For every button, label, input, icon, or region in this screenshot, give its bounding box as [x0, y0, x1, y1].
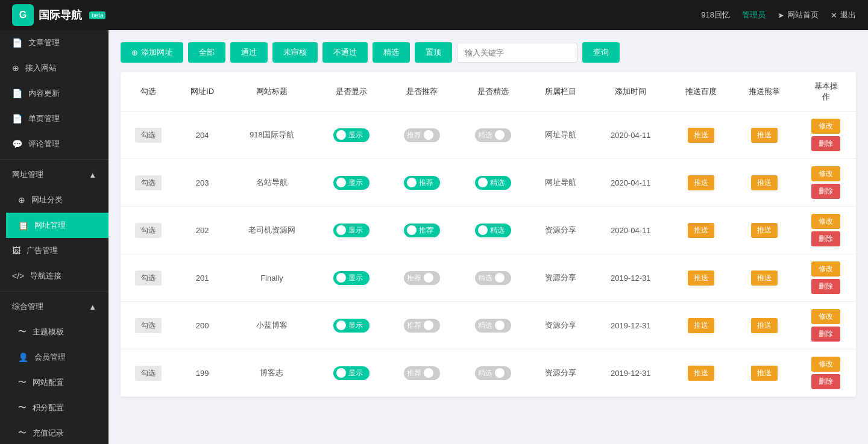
- delete-btn[interactable]: 删除: [811, 136, 840, 151]
- push-baidu-btn[interactable]: 推送: [688, 366, 714, 381]
- checkbox-btn[interactable]: 勾选: [135, 270, 162, 286]
- edit-btn[interactable]: 修改: [811, 119, 840, 134]
- edit-btn[interactable]: 修改: [811, 261, 840, 277]
- display-toggle[interactable]: 显示: [333, 366, 370, 380]
- push-baidu-btn[interactable]: 推送: [688, 318, 714, 333]
- col-ops: 基本操作: [796, 72, 856, 111]
- edit-btn[interactable]: 修改: [811, 214, 840, 229]
- checkbox-btn[interactable]: 勾选: [135, 366, 162, 381]
- col-recommend: 是否推荐: [387, 72, 458, 111]
- toggle-circle: [495, 273, 505, 283]
- recommend-toggle[interactable]: 推荐: [404, 224, 440, 237]
- sidebar-item-points-config[interactable]: 〜 积分配置: [6, 395, 108, 421]
- push-xiong-btn[interactable]: 推送: [751, 223, 778, 238]
- push-xiong-btn[interactable]: 推送: [751, 175, 778, 190]
- cell-recommend: 推荐: [387, 207, 458, 254]
- section-comprehensive-label: 综合管理: [12, 301, 43, 312]
- push-baidu-btn[interactable]: 推送: [688, 175, 714, 190]
- sidebar-item-url-category[interactable]: ⊕ 网址分类: [6, 187, 108, 213]
- sidebar-item-comment[interactable]: 💬 评论管理: [0, 131, 108, 157]
- site-home-icon: ➤: [778, 11, 784, 20]
- cell-category: 资源分享: [529, 349, 592, 397]
- display-toggle[interactable]: 显示: [333, 319, 370, 333]
- cell-add-time: 2020-04-11: [592, 159, 669, 207]
- section-url-mgmt[interactable]: 网址管理 ▲: [0, 162, 108, 187]
- cell-featured: 精选: [458, 302, 529, 349]
- delete-btn[interactable]: 删除: [811, 184, 840, 199]
- table-row: 勾选 199 博客志 显示 推荐 精选 资源分享 2019-12-31 推送 推…: [121, 349, 856, 397]
- table-row: 勾选 202 老司机资源网 显示 推荐 精选 资源分享 2020-04-11 推…: [121, 207, 856, 254]
- recommend-toggle[interactable]: 推荐: [404, 128, 440, 142]
- recommend-toggle[interactable]: 推荐: [404, 366, 440, 380]
- sidebar-item-member[interactable]: 👤 会员管理: [6, 345, 108, 370]
- sidebar-item-ad-mgmt[interactable]: 🖼 广告管理: [0, 238, 108, 263]
- push-xiong-btn[interactable]: 推送: [751, 366, 778, 381]
- pass-button[interactable]: 通过: [230, 42, 268, 63]
- sidebar-item-theme[interactable]: 〜 主题模板: [6, 319, 108, 345]
- checkbox-btn[interactable]: 勾选: [135, 128, 162, 143]
- delete-btn[interactable]: 删除: [811, 327, 840, 342]
- all-button[interactable]: 全部: [188, 42, 225, 63]
- featured-toggle[interactable]: 精选: [475, 366, 511, 380]
- table-row: 勾选 201 Finally 显示 推荐 精选 资源分享 2019-12-31 …: [121, 254, 856, 302]
- featured-button[interactable]: 精选: [373, 42, 410, 63]
- delete-btn[interactable]: 删除: [811, 279, 840, 294]
- delete-btn[interactable]: 删除: [811, 374, 840, 389]
- cell-display: 显示: [316, 111, 387, 159]
- edit-btn[interactable]: 修改: [811, 357, 840, 372]
- sidebar-item-url-management[interactable]: 📋 网址管理: [6, 213, 108, 238]
- featured-toggle[interactable]: 精选: [475, 224, 511, 237]
- toggle-circle: [495, 368, 505, 378]
- push-xiong-btn[interactable]: 推送: [751, 318, 778, 333]
- sidebar-item-single-page[interactable]: 📄 单页管理: [0, 106, 108, 131]
- display-toggle[interactable]: 显示: [333, 176, 370, 190]
- push-xiong-btn[interactable]: 推送: [751, 128, 778, 143]
- featured-toggle[interactable]: 精选: [475, 319, 511, 333]
- top-button[interactable]: 置顶: [415, 42, 452, 63]
- edit-btn[interactable]: 修改: [811, 166, 840, 181]
- cell-category: 网址导航: [529, 159, 592, 207]
- query-button[interactable]: 查询: [582, 42, 620, 63]
- sidebar-item-add-site[interactable]: ⊕ 接入网站: [0, 55, 108, 81]
- site-home-link[interactable]: ➤ 网站首页: [778, 10, 819, 20]
- add-url-button[interactable]: ⊕ 添加网址: [121, 42, 183, 63]
- cell-title: 918国际导航: [228, 111, 316, 159]
- cell-recommend: 推荐: [387, 349, 458, 397]
- sidebar-item-site-config[interactable]: 〜 网站配置: [6, 370, 108, 395]
- recommend-toggle[interactable]: 推荐: [404, 176, 440, 190]
- delete-btn[interactable]: 删除: [811, 231, 840, 246]
- pending-button[interactable]: 未审核: [272, 42, 318, 63]
- checkbox-btn[interactable]: 勾选: [135, 223, 162, 238]
- col-category: 所属栏目: [529, 72, 592, 111]
- section-comprehensive[interactable]: 综合管理 ▲: [0, 294, 108, 319]
- logout-link[interactable]: ✕ 退出: [831, 10, 856, 20]
- user-role[interactable]: 管理员: [742, 10, 766, 20]
- sidebar-item-recharge[interactable]: 〜 充值记录: [6, 421, 108, 444]
- sidebar-item-content-update[interactable]: 📄 内容更新: [0, 81, 108, 106]
- push-baidu-btn[interactable]: 推送: [688, 128, 714, 143]
- display-toggle[interactable]: 显示: [333, 271, 370, 285]
- checkbox-btn[interactable]: 勾选: [135, 175, 162, 190]
- logo-icon: G: [12, 4, 34, 26]
- cell-ops: 修改 删除: [796, 349, 856, 397]
- push-baidu-btn[interactable]: 推送: [688, 223, 714, 238]
- search-input[interactable]: [457, 43, 577, 63]
- push-baidu-btn[interactable]: 推送: [688, 270, 714, 286]
- checkbox-btn[interactable]: 勾选: [135, 318, 162, 333]
- featured-toggle[interactable]: 精选: [475, 176, 511, 190]
- featured-toggle[interactable]: 精选: [475, 271, 511, 285]
- fail-button[interactable]: 不通过: [322, 42, 368, 63]
- display-toggle[interactable]: 显示: [333, 224, 370, 237]
- display-toggle[interactable]: 显示: [333, 128, 370, 142]
- edit-btn[interactable]: 修改: [811, 309, 840, 324]
- cell-ops: 修改 删除: [796, 302, 856, 349]
- sidebar-label-add-site: 接入网站: [25, 63, 57, 73]
- recommend-toggle[interactable]: 推荐: [404, 271, 440, 285]
- featured-toggle[interactable]: 精选: [475, 128, 511, 142]
- sidebar-item-nav-link[interactable]: </> 导航连接: [0, 263, 108, 289]
- content-area: ⊕ 添加网址 全部 通过 未审核 不通过 精选 置顶 查询 勾选 网址ID 网站…: [108, 30, 868, 444]
- sidebar-item-article[interactable]: 📄 文章管理: [0, 30, 108, 55]
- cell-recommend: 推荐: [387, 254, 458, 302]
- push-xiong-btn[interactable]: 推送: [751, 270, 778, 286]
- recommend-toggle[interactable]: 推荐: [404, 319, 440, 333]
